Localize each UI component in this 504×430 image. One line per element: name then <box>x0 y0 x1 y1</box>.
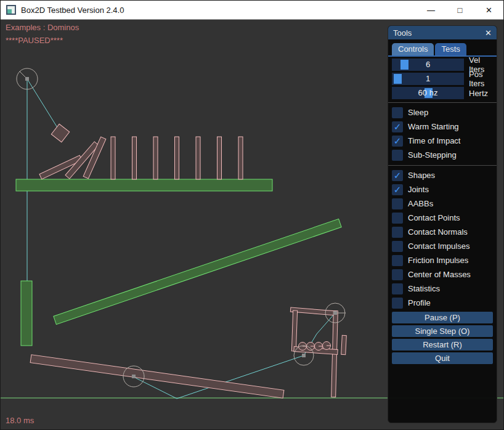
joint-anchors <box>25 77 337 378</box>
check-row-aabbs: AABBs <box>392 197 493 211</box>
slider-label-hertz: Hertz <box>469 89 488 98</box>
slider-row-vel-iters: 6Vel Iters <box>392 59 493 71</box>
paused-label: ****PAUSED**** <box>6 36 63 45</box>
separator <box>388 102 497 103</box>
tools-title: Tools <box>393 28 412 38</box>
checkbox-warm-starting[interactable]: ✓ <box>392 121 403 132</box>
checkbox-time-of-impact[interactable]: ✓ <box>392 136 403 147</box>
domino[interactable] <box>111 137 115 179</box>
check-label-center-of-masses: Center of Masses <box>408 270 471 279</box>
vertical-gate <box>21 281 32 346</box>
example-label: Examples : Dominos <box>6 23 79 32</box>
check-label-sub-stepping: Sub-Stepping <box>408 150 457 160</box>
tab-controls[interactable]: Controls <box>392 43 434 55</box>
checkbox-contact-impulses[interactable] <box>392 241 403 252</box>
domino[interactable] <box>175 137 179 179</box>
domino[interactable] <box>132 137 137 179</box>
checkmark-icon: ✓ <box>394 122 402 131</box>
app-window: Box2D Testbed Version 2.4.0 — □ ✕ <box>0 0 504 430</box>
button-rows: Pause (P)Single Step (O)Restart (R)Quit <box>388 312 497 364</box>
pendulum-bob[interactable] <box>51 124 69 142</box>
slider-value-vel-iters: 6 <box>392 59 464 71</box>
domino[interactable] <box>153 137 158 179</box>
frame-left-post[interactable] <box>291 310 297 351</box>
checkbox-center-of-masses[interactable] <box>392 269 403 280</box>
slider-hertz[interactable]: 60 hz <box>392 87 464 99</box>
domino[interactable] <box>217 137 222 179</box>
slider-vel-iters[interactable]: 6 <box>392 59 464 71</box>
check-row-profile: Profile <box>392 296 493 310</box>
checkmark-icon: ✓ <box>394 185 402 194</box>
check-label-contact-normals: Contact Normals <box>408 227 468 237</box>
check-row-contact-points: Contact Points <box>392 211 493 225</box>
checkmark-icon: ✓ <box>394 171 402 180</box>
tools-title-bar[interactable]: Tools ✕ <box>388 26 497 39</box>
seesaw-plank[interactable] <box>30 355 284 398</box>
checkbox-contact-points[interactable] <box>392 213 403 224</box>
check-row-time-of-impact: ✓Time of Impact <box>392 134 493 148</box>
check-label-contact-impulses: Contact Impulses <box>408 241 469 251</box>
slider-value-pos-iters: 1 <box>392 73 464 85</box>
checkbox-friction-impulses[interactable] <box>392 255 403 266</box>
slider-row-pos-iters: 1Pos Iters <box>392 73 493 85</box>
check-row-friction-impulses: Friction Impulses <box>392 253 493 267</box>
check-row-contact-normals: Contact Normals <box>392 225 493 239</box>
checkbox-joints[interactable]: ✓ <box>392 184 403 195</box>
check-row-joints: ✓Joints <box>392 182 493 197</box>
checkbox-groups: Sleep✓Warm Starting✓Time of ImpactSub-St… <box>388 102 497 310</box>
checkbox-aabbs[interactable] <box>392 198 403 209</box>
checkbox-contact-normals[interactable] <box>392 227 403 238</box>
frame-time-label: 18.0 ms <box>6 416 34 425</box>
domino[interactable] <box>196 137 200 179</box>
check-row-warm-starting: ✓Warm Starting <box>392 120 493 134</box>
pause-p-button[interactable]: Pause (P) <box>392 312 493 323</box>
check-label-joints: Joints <box>408 185 429 194</box>
check-label-statistics: Statistics <box>408 284 440 293</box>
check-row-contact-impulses: Contact Impulses <box>392 239 493 253</box>
check-row-sub-stepping: Sub-Stepping <box>392 148 493 162</box>
check-row-statistics: Statistics <box>392 282 493 296</box>
check-label-warm-starting: Warm Starting <box>408 122 459 131</box>
restart-r-button[interactable]: Restart (R) <box>392 339 493 351</box>
slider-label-pos-iters: Pos Iters <box>469 70 493 88</box>
check-label-shapes: Shapes <box>408 171 435 180</box>
check-row-center-of-masses: Center of Masses <box>392 267 493 282</box>
check-label-sleep: Sleep <box>408 108 428 117</box>
check-label-friction-impulses: Friction Impulses <box>408 256 468 265</box>
shelf-top <box>16 179 272 191</box>
slider-pos-iters[interactable]: 1 <box>392 73 464 85</box>
tools-close-icon[interactable]: ✕ <box>485 28 492 38</box>
separator <box>388 165 497 166</box>
checkmark-icon: ✓ <box>394 136 402 145</box>
checkbox-sleep[interactable] <box>392 107 403 118</box>
slider-value-hertz: 60 hz <box>392 87 464 99</box>
single-step-o-button[interactable]: Single Step (O) <box>392 325 493 337</box>
domino[interactable] <box>238 137 243 179</box>
check-label-time-of-impact: Time of Impact <box>408 136 460 145</box>
frame-right-piece[interactable] <box>341 335 347 354</box>
check-label-aabbs: AABBs <box>408 199 433 208</box>
check-label-contact-points: Contact Points <box>408 213 460 222</box>
checkbox-sub-stepping[interactable] <box>392 150 403 161</box>
quit-button[interactable]: Quit <box>392 352 493 364</box>
check-row-shapes: ✓Shapes <box>392 168 493 182</box>
checkbox-statistics[interactable] <box>392 283 403 294</box>
checkbox-shapes[interactable]: ✓ <box>392 170 403 181</box>
check-label-profile: Profile <box>408 298 431 307</box>
slider-row-hertz: 60 hzHertz <box>392 87 493 99</box>
check-row-sleep: Sleep <box>392 105 493 120</box>
tab-bar: ControlsTests <box>388 39 497 57</box>
slider-rows: 6Vel Iters1Pos Iters60 hzHertz <box>388 59 497 99</box>
tools-panel: Tools ✕ ControlsTests 6Vel Iters1Pos Ite… <box>388 25 497 423</box>
checkbox-profile[interactable] <box>392 298 403 309</box>
tab-tests[interactable]: Tests <box>435 43 466 55</box>
